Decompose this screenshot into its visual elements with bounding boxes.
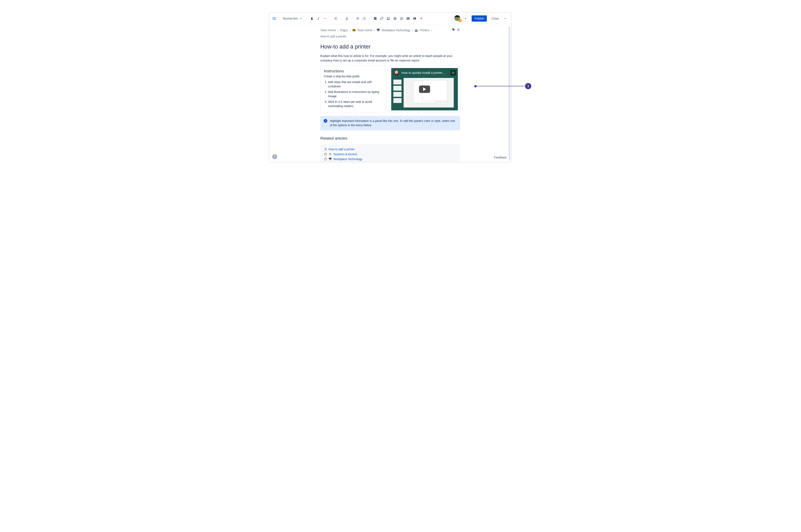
breadcrumb-emoji: 🖥️ — [377, 28, 380, 33]
video-embed[interactable]: How to quickly install a printer… — [391, 68, 458, 110]
svg-point-7 — [356, 17, 357, 18]
related-articles-list: How-to add a printer ✳️ Systems & Access… — [320, 144, 460, 162]
related-article-link[interactable]: Workplace Technology — [333, 157, 362, 161]
related-article-row: ✳️ Systems & Access — [324, 152, 456, 157]
feedback-link[interactable]: Feedback — [494, 156, 507, 159]
instructions-subheading: Create a step-by-step guide: — [324, 75, 383, 78]
page-content-area: Team Home/ Pages/ 😎 Team home/ 🖥️ Workpl… — [269, 24, 511, 162]
instruction-step[interactable]: Stick to 3-5 steps per task to avoid ove… — [328, 100, 383, 108]
publish-button[interactable]: Publish — [472, 15, 487, 22]
link-button[interactable] — [379, 16, 385, 21]
page-icon — [324, 153, 327, 156]
svg-point-36 — [453, 29, 453, 29]
svg-rect-27 — [414, 17, 415, 20]
annotation-leader-line — [476, 86, 525, 86]
related-articles-heading[interactable]: Related articles — [320, 136, 460, 140]
mention-button[interactable] — [392, 16, 398, 21]
instructions-panel[interactable]: Instructions Create a step-by-step guide… — [320, 66, 386, 113]
svg-rect-16 — [364, 18, 365, 19]
help-button[interactable]: ? — [272, 154, 277, 159]
scrollbar[interactable] — [509, 26, 510, 160]
instructions-steps: Add steps that are simple and self-conta… — [324, 80, 383, 108]
svg-rect-10 — [357, 18, 359, 19]
video-embed-panel[interactable]: How to quickly install a printer… — [389, 66, 460, 113]
page-icon — [324, 148, 327, 151]
related-article-link[interactable]: How-to add a printer — [328, 148, 355, 151]
svg-rect-18 — [364, 19, 365, 20]
breadcrumb-link[interactable]: Pages — [340, 28, 348, 33]
svg-point-2 — [326, 18, 326, 19]
svg-rect-4 — [335, 18, 336, 19]
confluence-logo-icon — [271, 16, 277, 21]
watch-later-icon[interactable] — [451, 70, 456, 75]
table-button[interactable] — [405, 16, 411, 21]
video-title: How to quickly install a printer… — [402, 71, 449, 74]
breadcrumb-link[interactable]: Printers — [420, 28, 430, 33]
play-icon[interactable] — [419, 86, 430, 93]
collaborator-avatar[interactable]: J — [454, 15, 461, 22]
info-panel-text: Highlight important information in a pan… — [330, 119, 457, 128]
bullet-list-button[interactable] — [355, 16, 361, 21]
breadcrumb-emoji: 🖨️ — [415, 28, 418, 33]
close-button[interactable]: Close — [489, 15, 501, 22]
info-icon: i — [324, 119, 327, 123]
text-style-label: Normal text — [283, 17, 298, 20]
svg-point-0 — [324, 18, 324, 19]
instruction-step[interactable]: Add steps that are simple and self-conta… — [328, 80, 383, 89]
related-emoji: ✳️ — [328, 153, 332, 156]
svg-rect-32 — [465, 18, 466, 19]
alignment-dropdown[interactable] — [333, 16, 339, 21]
related-article-row: 🖥️ Workplace Technology — [324, 157, 456, 162]
italic-button[interactable] — [316, 16, 321, 21]
breadcrumb-emoji: 😎 — [352, 28, 356, 33]
text-color-dropdown[interactable] — [344, 16, 350, 21]
info-panel[interactable]: i Highlight important information in a p… — [320, 116, 460, 130]
video-channel-avatar — [393, 70, 399, 76]
breadcrumb-link[interactable]: Workplace Technology — [382, 28, 411, 33]
emoji-button[interactable] — [399, 16, 404, 21]
svg-rect-12 — [357, 19, 359, 20]
svg-point-25 — [402, 18, 402, 18]
svg-rect-14 — [364, 17, 365, 18]
svg-point-33 — [504, 18, 505, 19]
action-item-button[interactable] — [372, 16, 378, 21]
svg-point-9 — [356, 18, 357, 19]
svg-point-21 — [387, 18, 388, 18]
text-style-dropdown[interactable]: Normal text — [281, 16, 304, 21]
page-title[interactable]: How-to add a printer — [320, 43, 460, 50]
related-article-row: How-to add a printer — [324, 147, 456, 152]
breadcrumb-link[interactable]: Team home — [357, 28, 372, 33]
svg-rect-30 — [420, 18, 422, 19]
svg-rect-26 — [407, 17, 409, 20]
labels-icon[interactable] — [452, 28, 455, 32]
svg-rect-28 — [415, 17, 416, 20]
intro-paragraph[interactable]: Explain what this how-to article is for.… — [320, 54, 460, 63]
svg-rect-37 — [458, 30, 459, 31]
svg-point-24 — [401, 18, 401, 18]
image-button[interactable] — [385, 16, 391, 21]
more-actions-button[interactable] — [502, 16, 508, 21]
more-formatting-button[interactable] — [322, 16, 328, 21]
svg-point-22 — [394, 18, 395, 19]
editor-toolbar: Normal text 123 — [269, 13, 511, 24]
related-article-link[interactable]: Systems & Access — [333, 153, 357, 156]
svg-point-11 — [356, 19, 357, 19]
restrictions-icon[interactable] — [457, 28, 460, 32]
bold-button[interactable] — [309, 16, 315, 21]
video-preview-thumbnails — [393, 79, 402, 108]
breadcrumb-link[interactable]: Team Home — [320, 28, 336, 33]
number-list-button[interactable]: 123 — [361, 16, 367, 21]
related-emoji: 🖥️ — [328, 157, 332, 160]
annotation-badge-1: 1 — [525, 83, 531, 89]
instruction-step[interactable]: Add illustrations to instructions by typ… — [328, 90, 383, 98]
editor-window: Normal text 123 — [269, 12, 512, 163]
page-icon — [324, 158, 327, 160]
svg-rect-6 — [346, 19, 348, 20]
svg-point-1 — [325, 18, 325, 19]
add-collaborator-button[interactable] — [463, 16, 468, 21]
svg-rect-19 — [374, 17, 377, 20]
svg-rect-3 — [335, 17, 337, 18]
svg-point-35 — [506, 18, 507, 19]
layouts-button[interactable] — [412, 16, 418, 21]
insert-dropdown[interactable] — [418, 16, 424, 21]
